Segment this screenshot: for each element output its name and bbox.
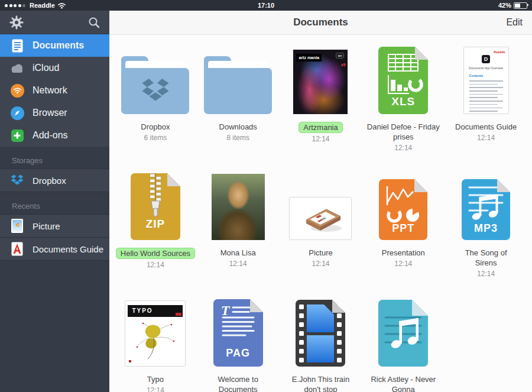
xls-label: XLS bbox=[378, 95, 428, 108]
file-grid: Dropbox 6 items Downloads 8 items artz m… bbox=[109, 35, 532, 392]
search-icon[interactable] bbox=[88, 17, 100, 28]
tile-dropbox-folder[interactable]: Dropbox 6 items bbox=[114, 46, 197, 171]
sidebar-item-label: iCloud bbox=[33, 63, 59, 73]
sidebar-item-label: Browser bbox=[33, 108, 67, 118]
document-page-thumbnail: Readdle D Documents App Overview Content… bbox=[463, 47, 509, 114]
file-meta: 12:14 bbox=[147, 261, 164, 269]
pag-file-icon: T PAG bbox=[213, 299, 263, 367]
poster-an-badge: an bbox=[336, 53, 345, 59]
poster-thumbnail: artz mania an x9 bbox=[293, 50, 348, 114]
magazine-thumbnail: TYPO bbox=[125, 300, 186, 367]
file-meta: 12:14 bbox=[229, 260, 247, 268]
pag-t-glyph: T bbox=[221, 303, 230, 319]
typo-title-text: TYPO bbox=[132, 307, 153, 314]
clock: 17:10 bbox=[0, 2, 532, 9]
cloud-icon bbox=[9, 60, 25, 76]
tile-artzmania[interactable]: artz mania an x9 Artzmania 12:14 bbox=[280, 46, 362, 171]
file-name: Typo bbox=[147, 374, 164, 384]
tile-presentation[interactable]: PPT Presentation 12:14 bbox=[362, 171, 445, 298]
dropbox-folder-icon bbox=[121, 56, 189, 114]
sidebar-item-label: Dropbox bbox=[33, 176, 66, 186]
edit-button[interactable]: Edit bbox=[506, 17, 523, 28]
file-meta: 8 items bbox=[226, 134, 249, 142]
file-name: E.John This train don't stop bbox=[284, 374, 357, 392]
tile-documents-guide[interactable]: Readdle D Documents App Overview Content… bbox=[445, 46, 527, 171]
video-file-icon bbox=[296, 300, 345, 367]
file-meta: 12:14 bbox=[147, 386, 164, 392]
file-meta: 12:14 bbox=[394, 144, 412, 152]
file-name: Welcome to Documents bbox=[202, 374, 275, 392]
file-name-highlighted: Artzmania bbox=[299, 122, 343, 133]
sidebar: Documents iCloud Network bbox=[0, 11, 109, 392]
toolbar: Documents Edit bbox=[109, 11, 532, 35]
tile-xls[interactable]: XLS Daniel Defoe - Friday prises 12:14 bbox=[362, 46, 445, 171]
tile-zip[interactable]: ZIP Hello World Sources 12:14 bbox=[114, 171, 197, 298]
tile-mona-lisa[interactable]: Mona Lisa 12:14 bbox=[197, 171, 280, 298]
section-title-recents: Recents bbox=[0, 192, 109, 214]
picture-thumbnail-icon bbox=[9, 218, 25, 234]
sidebar-item-documents-guide[interactable]: Documents Guide bbox=[0, 237, 109, 261]
dropbox-icon bbox=[9, 173, 25, 188]
file-meta: 6 items bbox=[144, 134, 167, 142]
file-name: Daniel Defoe - Friday prises bbox=[366, 122, 440, 142]
guide-contents-heading: Contents bbox=[469, 74, 484, 77]
sidebar-item-browser[interactable]: Browser bbox=[0, 102, 109, 124]
status-bar: Readdle 17:10 42% bbox=[0, 0, 532, 11]
sidebar-item-label: Documents Guide bbox=[33, 244, 103, 254]
file-name: Dropbox bbox=[141, 122, 170, 132]
file-name-highlighted: Hello World Sources bbox=[116, 248, 195, 259]
poster-x9-text: x9 bbox=[341, 63, 346, 67]
compass-browser-icon bbox=[9, 105, 25, 121]
sidebar-item-icloud[interactable]: iCloud bbox=[0, 57, 109, 79]
mp3-file-icon: MP3 bbox=[462, 179, 510, 240]
guide-app-icon: D bbox=[482, 55, 490, 63]
tile-picture[interactable]: Picture 12:14 bbox=[280, 171, 362, 298]
documents-page-icon bbox=[9, 38, 25, 53]
plus-addons-icon bbox=[9, 128, 25, 143]
file-name: Rick Astley - Never Gonna bbox=[366, 374, 440, 392]
sidebar-item-label: Picture bbox=[33, 221, 60, 231]
sidebar-nav: Documents iCloud Network bbox=[0, 34, 109, 147]
sidebar-item-network[interactable]: Network bbox=[0, 79, 109, 102]
network-wifi-icon bbox=[9, 83, 25, 98]
main-panel: Documents Edit Dropbox 6 items Downloads… bbox=[109, 11, 532, 392]
tile-video[interactable]: E.John This train don't stop bbox=[280, 298, 362, 392]
file-meta: 12:14 bbox=[477, 134, 495, 142]
file-name: The Song of Sirens bbox=[456, 248, 515, 268]
guide-title-text: Documents App Overview bbox=[464, 66, 508, 70]
photo-thumbnail bbox=[289, 197, 352, 240]
sidebar-item-documents[interactable]: Documents bbox=[0, 34, 109, 57]
file-name: Downloads bbox=[219, 122, 257, 132]
battery-icon bbox=[514, 2, 527, 9]
tile-song-of-sirens[interactable]: MP3 The Song of Sirens 12:14 bbox=[445, 171, 527, 298]
guide-brand-text: Readdle bbox=[494, 50, 505, 54]
zip-file-icon: ZIP bbox=[131, 173, 180, 240]
file-meta: 12:14 bbox=[394, 260, 412, 268]
pdf-icon bbox=[9, 241, 25, 257]
ppt-label: PPT bbox=[379, 222, 427, 235]
mp3-label: MP3 bbox=[462, 222, 510, 235]
file-meta: 12:14 bbox=[312, 260, 329, 268]
file-name: Picture bbox=[309, 248, 332, 258]
sidebar-item-label: Documents bbox=[33, 40, 84, 51]
sidebar-item-label: Network bbox=[33, 85, 67, 96]
zip-label: ZIP bbox=[131, 218, 180, 231]
tile-welcome-to-documents[interactable]: T PAG Welcome to Documents bbox=[197, 298, 280, 392]
folder-icon bbox=[204, 56, 272, 114]
page-title: Documents bbox=[293, 17, 348, 28]
tile-typo[interactable]: TYPO Typo 12:14 bbox=[114, 298, 197, 392]
section-title-storages: Storages bbox=[0, 147, 109, 169]
ppt-file-icon: PPT bbox=[379, 179, 427, 240]
sidebar-item-addons[interactable]: Add-ons bbox=[0, 124, 109, 147]
painting-thumbnail bbox=[212, 174, 265, 240]
settings-gear-icon[interactable] bbox=[9, 15, 24, 30]
file-name: Presentation bbox=[382, 248, 425, 258]
audio-file-icon bbox=[378, 300, 428, 367]
sidebar-header bbox=[0, 11, 109, 34]
sidebar-item-picture[interactable]: Picture bbox=[0, 214, 109, 237]
tile-rick-astley[interactable]: Rick Astley - Never Gonna bbox=[362, 298, 445, 392]
xls-file-icon: XLS bbox=[378, 47, 428, 114]
sidebar-item-dropbox[interactable]: Dropbox bbox=[0, 169, 109, 192]
pag-label: PAG bbox=[213, 347, 263, 359]
tile-downloads-folder[interactable]: Downloads 8 items bbox=[197, 46, 280, 171]
